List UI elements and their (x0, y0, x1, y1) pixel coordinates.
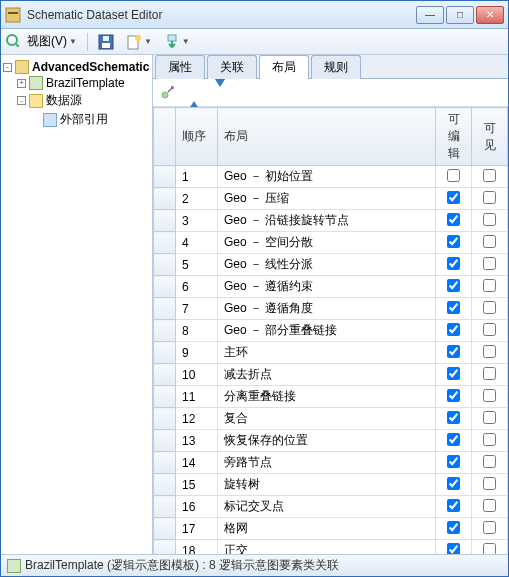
editable-checkbox[interactable] (447, 543, 460, 555)
visible-checkbox[interactable] (483, 455, 496, 468)
cell-layout[interactable]: Geo － 压缩 (218, 188, 436, 210)
editable-checkbox[interactable] (447, 345, 460, 358)
cell-layout[interactable]: Geo － 初始位置 (218, 166, 436, 188)
visible-checkbox[interactable] (483, 213, 496, 226)
cell-layout[interactable]: 旁路节点 (218, 452, 436, 474)
visible-checkbox[interactable] (483, 521, 496, 534)
cell-layout[interactable]: Geo － 沿链接旋转节点 (218, 210, 436, 232)
visible-checkbox[interactable] (483, 477, 496, 490)
cell-visible[interactable] (472, 276, 508, 298)
minimize-button[interactable]: — (416, 6, 444, 24)
cell-editable[interactable] (436, 496, 472, 518)
tree-root[interactable]: - AdvancedSchematic (3, 59, 150, 75)
table-row[interactable]: 2Geo － 压缩 (154, 188, 508, 210)
editable-checkbox[interactable] (447, 477, 460, 490)
row-header[interactable] (154, 254, 176, 276)
cell-editable[interactable] (436, 408, 472, 430)
table-row[interactable]: 17格网 (154, 518, 508, 540)
row-header[interactable] (154, 408, 176, 430)
visible-checkbox[interactable] (483, 169, 496, 182)
editable-checkbox[interactable] (447, 521, 460, 534)
import-button[interactable]: ▼ (160, 32, 194, 52)
cell-order[interactable]: 14 (176, 452, 218, 474)
row-header[interactable] (154, 232, 176, 254)
cell-visible[interactable] (472, 474, 508, 496)
cell-layout[interactable]: 恢复保存的位置 (218, 430, 436, 452)
tab-0[interactable]: 属性 (155, 55, 205, 79)
cell-order[interactable]: 2 (176, 188, 218, 210)
row-header[interactable] (154, 496, 176, 518)
cell-visible[interactable] (472, 408, 508, 430)
visible-checkbox[interactable] (483, 301, 496, 314)
visible-checkbox[interactable] (483, 191, 496, 204)
table-row[interactable]: 18正交 (154, 540, 508, 555)
visible-checkbox[interactable] (483, 323, 496, 336)
cell-order[interactable]: 16 (176, 496, 218, 518)
expander-icon[interactable]: - (17, 96, 26, 105)
cell-order[interactable]: 3 (176, 210, 218, 232)
visible-checkbox[interactable] (483, 367, 496, 380)
cell-order[interactable]: 10 (176, 364, 218, 386)
cell-order[interactable]: 6 (176, 276, 218, 298)
row-header[interactable] (154, 166, 176, 188)
visible-checkbox[interactable] (483, 411, 496, 424)
cell-editable[interactable] (436, 474, 472, 496)
row-header[interactable] (154, 342, 176, 364)
cell-visible[interactable] (472, 210, 508, 232)
cell-order[interactable]: 9 (176, 342, 218, 364)
table-row[interactable]: 1Geo － 初始位置 (154, 166, 508, 188)
cell-layout[interactable]: 格网 (218, 518, 436, 540)
editable-checkbox[interactable] (447, 411, 460, 424)
cell-editable[interactable] (436, 320, 472, 342)
editable-checkbox[interactable] (447, 499, 460, 512)
editable-checkbox[interactable] (447, 389, 460, 402)
tab-3[interactable]: 规则 (311, 55, 361, 79)
visible-checkbox[interactable] (483, 235, 496, 248)
col-visible[interactable]: 可见 (472, 108, 508, 166)
editable-checkbox[interactable] (447, 433, 460, 446)
cell-layout[interactable]: 标记交叉点 (218, 496, 436, 518)
table-row[interactable]: 10减去折点 (154, 364, 508, 386)
cell-visible[interactable] (472, 342, 508, 364)
editable-checkbox[interactable] (447, 235, 460, 248)
visible-checkbox[interactable] (483, 257, 496, 270)
cell-visible[interactable] (472, 232, 508, 254)
cell-order[interactable]: 18 (176, 540, 218, 555)
row-header[interactable] (154, 386, 176, 408)
cell-visible[interactable] (472, 540, 508, 555)
cell-visible[interactable] (472, 364, 508, 386)
cell-visible[interactable] (472, 320, 508, 342)
cell-layout[interactable]: 复合 (218, 408, 436, 430)
cell-order[interactable]: 7 (176, 298, 218, 320)
cell-editable[interactable] (436, 342, 472, 364)
cell-order[interactable]: 5 (176, 254, 218, 276)
table-row[interactable]: 5Geo － 线性分派 (154, 254, 508, 276)
table-row[interactable]: 9主环 (154, 342, 508, 364)
tree-datasource[interactable]: - 数据源 (3, 91, 150, 110)
cell-order[interactable]: 8 (176, 320, 218, 342)
editable-checkbox[interactable] (447, 257, 460, 270)
cell-visible[interactable] (472, 518, 508, 540)
row-header[interactable] (154, 452, 176, 474)
cell-editable[interactable] (436, 210, 472, 232)
layout-grid[interactable]: 顺序 布局 可编辑 可见 1Geo － 初始位置2Geo － 压缩3Geo － … (153, 107, 508, 554)
tab-2[interactable]: 布局 (259, 55, 309, 79)
editable-checkbox[interactable] (447, 367, 460, 380)
cell-order[interactable]: 13 (176, 430, 218, 452)
table-row[interactable]: 7Geo － 遵循角度 (154, 298, 508, 320)
new-button[interactable]: ▼ (122, 32, 156, 52)
move-down-button[interactable] (211, 87, 229, 101)
visible-checkbox[interactable] (483, 433, 496, 446)
row-header[interactable] (154, 364, 176, 386)
cell-layout[interactable]: Geo － 线性分派 (218, 254, 436, 276)
col-layout[interactable]: 布局 (218, 108, 436, 166)
col-editable[interactable]: 可编辑 (436, 108, 472, 166)
close-button[interactable]: ✕ (476, 6, 504, 24)
editable-checkbox[interactable] (447, 455, 460, 468)
cell-editable[interactable] (436, 386, 472, 408)
row-header[interactable] (154, 474, 176, 496)
visible-checkbox[interactable] (483, 279, 496, 292)
generate-icon[interactable] (159, 83, 177, 104)
cell-editable[interactable] (436, 518, 472, 540)
table-row[interactable]: 14旁路节点 (154, 452, 508, 474)
